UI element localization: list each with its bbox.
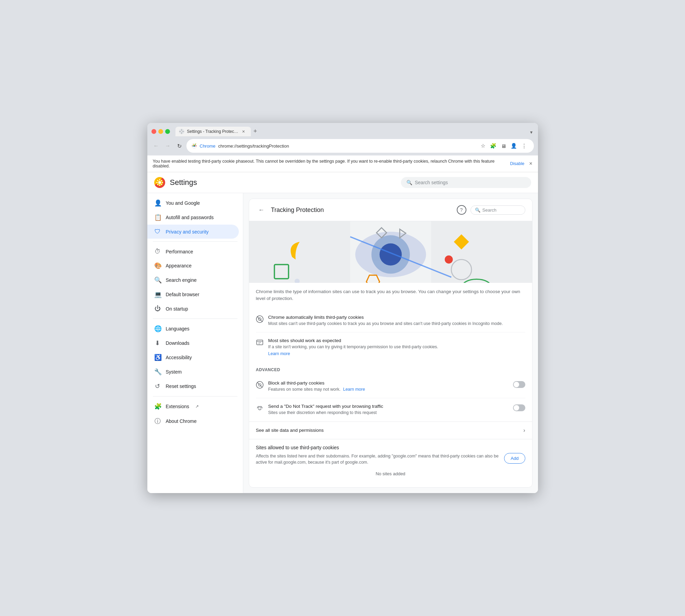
dnt-text: Send a "Do Not Track" request with your … — [268, 404, 508, 416]
sidebar-label-downloads: Downloads — [166, 340, 189, 346]
sidebar-label-privacy: Privacy and security — [166, 229, 209, 235]
no-sites-label: No sites added — [256, 466, 525, 482]
nav-bar: ← → ↻ Chrome chrome://settings/trackingP… — [147, 136, 538, 155]
sidebar-item-search-engine[interactable]: 🔍 Search engine — [147, 273, 239, 287]
auto-limit-item: Chrome automatically limits third-party … — [256, 309, 525, 333]
tab-dropdown-button[interactable]: ▾ — [529, 128, 534, 136]
sidebar-item-about-chrome[interactable]: ⓘ About Chrome — [147, 414, 239, 429]
chrome-icon — [192, 143, 197, 149]
dnt-desc: Sites use their discretion when respondi… — [268, 410, 508, 416]
sidebar-label-default-browser: Default browser — [166, 292, 199, 297]
title-bar: Settings - Tracking Protectio ✕ + ▾ — [147, 123, 538, 136]
tracking-description: Chrome limits the type of information si… — [256, 288, 525, 302]
sidebar-item-system[interactable]: 🔧 System — [147, 365, 239, 379]
block-cookies-icon — [256, 381, 264, 390]
settings-search-bar[interactable]: 🔍 Search settings — [401, 177, 531, 188]
forward-button[interactable]: → — [163, 141, 173, 151]
learn-more-link-1[interactable]: Learn more — [268, 351, 290, 356]
sidebar-item-reset-settings[interactable]: ↺ Reset settings — [147, 379, 239, 393]
main-content: ← Tracking Protection ? 🔍 Search — [243, 193, 538, 493]
extensions-puzzle-icon[interactable]: 🧩 — [489, 141, 498, 150]
default-browser-icon: 💻 — [154, 291, 161, 298]
svg-line-24 — [257, 316, 262, 322]
active-tab[interactable]: Settings - Tracking Protectio ✕ — [175, 127, 251, 136]
back-to-privacy-button[interactable]: ← — [256, 204, 267, 215]
block-all-toggle[interactable] — [513, 381, 525, 388]
site-data-row[interactable]: See all site data and permissions › — [249, 422, 532, 439]
extensions-icon: 🧩 — [154, 403, 161, 410]
autofill-icon: 📋 — [154, 214, 161, 221]
sites-section: Sites allowed to use third-party cookies… — [249, 439, 532, 488]
appearance-icon: 🎨 — [154, 262, 161, 269]
search-icon: 🔍 — [406, 180, 412, 185]
sidebar-label-extensions: Extensions — [166, 404, 189, 409]
svg-point-6 — [158, 181, 161, 184]
content-title: Tracking Protection — [271, 206, 453, 214]
sidebar-divider-1 — [153, 241, 237, 242]
chevron-right-icon: › — [523, 427, 525, 433]
add-site-button[interactable]: Add — [504, 453, 525, 464]
banner-close-button[interactable]: × — [529, 161, 532, 167]
sidebar-label-search-engine: Search engine — [166, 277, 197, 283]
cookie-block-icon — [256, 315, 264, 325]
menu-icon[interactable]: ⋮ — [520, 141, 529, 150]
sidebar-item-languages[interactable]: 🌐 Languages — [147, 322, 239, 336]
dnt-icon — [256, 404, 264, 414]
content-panel: ← Tracking Protection ? 🔍 Search — [249, 199, 533, 488]
sidebar-label-about-chrome: About Chrome — [166, 418, 197, 424]
settings-page-title: Settings — [170, 178, 197, 187]
bookmark-icon[interactable]: ☆ — [479, 141, 488, 150]
settings-search-placeholder: Search settings — [415, 180, 448, 185]
settings-logo — [154, 177, 165, 188]
sidebar-label-you-and-google: You and Google — [166, 200, 200, 206]
reset-icon: ↺ — [154, 382, 161, 390]
sidebar-item-privacy[interactable]: 🛡 Privacy and security — [147, 225, 239, 239]
sidebar-item-extensions[interactable]: 🧩 Extensions ↗ — [147, 399, 239, 414]
dnt-toggle[interactable] — [513, 404, 525, 411]
sidebar-item-autofill[interactable]: 📋 Autofill and passwords — [147, 210, 239, 225]
you-and-google-icon: 👤 — [154, 199, 161, 207]
sidebar-item-accessibility[interactable]: ♿ Accessibility — [147, 350, 239, 365]
maximize-button[interactable] — [165, 129, 170, 134]
minimize-button[interactable] — [158, 129, 163, 134]
sidebar-divider-2 — [153, 318, 237, 319]
sites-title: Sites allowed to use third-party cookies — [256, 445, 525, 450]
content-search-bar[interactable]: 🔍 Search — [470, 205, 525, 215]
info-banner: You have enabled testing third-party coo… — [147, 155, 538, 172]
sidebar-label-reset-settings: Reset settings — [166, 384, 196, 389]
performance-icon: ⏱ — [154, 248, 161, 255]
privacy-icon: 🛡 — [154, 228, 161, 235]
reload-button[interactable]: ↻ — [175, 141, 184, 151]
system-icon: 🔧 — [154, 368, 161, 376]
svg-rect-8 — [249, 221, 350, 283]
sidebar-item-you-and-google[interactable]: 👤 You and Google — [147, 196, 239, 210]
sidebar: 👤 You and Google 📋 Autofill and password… — [147, 193, 243, 493]
block-all-title: Block all third-party cookies — [268, 380, 508, 386]
profile-icon[interactable]: 👤 — [510, 141, 518, 150]
close-button[interactable] — [151, 129, 156, 134]
content-search-placeholder: Search — [482, 208, 497, 213]
media-icon[interactable]: 🖥 — [499, 141, 508, 150]
tab-close-button[interactable]: ✕ — [241, 129, 246, 134]
back-button[interactable]: ← — [151, 141, 161, 151]
address-bar[interactable]: Chrome chrome://settings/trackingProtect… — [186, 139, 534, 153]
banner-disable-link[interactable]: Disable — [510, 161, 524, 166]
new-tab-button[interactable]: + — [251, 126, 260, 136]
about-chrome-icon: ⓘ — [154, 417, 161, 425]
sidebar-label-system: System — [166, 369, 182, 375]
svg-point-31 — [260, 407, 261, 408]
sidebar-item-on-startup[interactable]: ⏻ On startup — [147, 302, 239, 316]
sidebar-item-performance[interactable]: ⏱ Performance — [147, 244, 239, 259]
svg-point-20 — [444, 255, 453, 264]
site-data-label: See all site data and permissions — [256, 428, 524, 433]
section-description-area: Chrome limits the type of information si… — [249, 283, 532, 309]
help-icon[interactable]: ? — [457, 205, 466, 215]
block-all-learn-more-link[interactable]: Learn more — [343, 387, 365, 392]
sidebar-item-appearance[interactable]: 🎨 Appearance — [147, 259, 239, 273]
sidebar-item-downloads[interactable]: ⬇ Downloads — [147, 336, 239, 350]
dnt-title: Send a "Do Not Track" request with your … — [268, 404, 508, 409]
extensions-external-icon: ↗ — [195, 404, 199, 409]
settings-page: Settings 🔍 Search settings 👤 You and Goo… — [147, 172, 538, 493]
sidebar-label-performance: Performance — [166, 249, 193, 254]
sidebar-item-default-browser[interactable]: 💻 Default browser — [147, 287, 239, 302]
